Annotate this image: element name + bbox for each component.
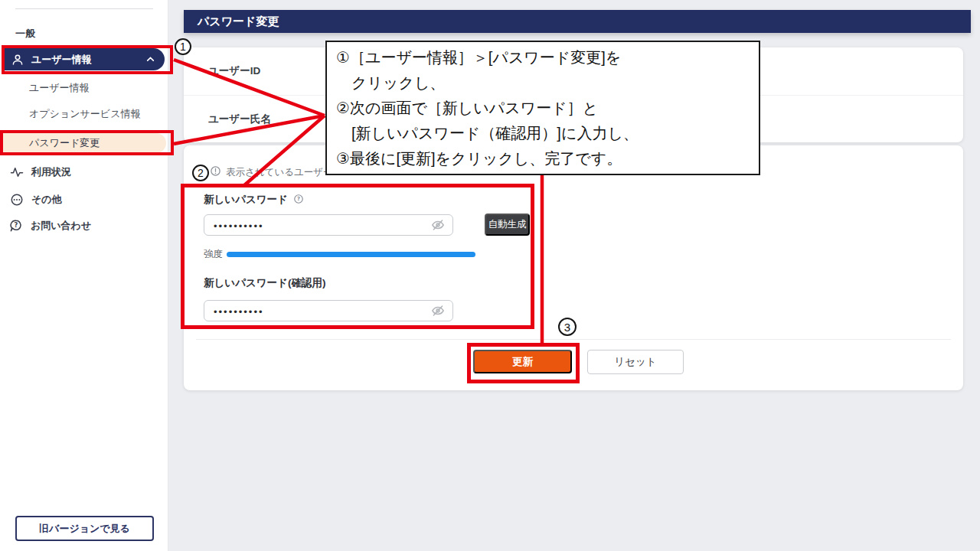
more-circle-icon bbox=[10, 193, 24, 207]
sidebar-subitem-option-service[interactable]: オプションサービス情報 bbox=[29, 107, 140, 121]
sidebar-subitem-password-change[interactable]: パスワード変更 bbox=[2, 133, 166, 153]
step-badge-1: 1 bbox=[175, 38, 191, 55]
help-icon[interactable]: ? bbox=[293, 194, 304, 207]
sidebar: 一般 ユーザー情報 ユーザー情報 オプションサービス情報 パスワード変更 bbox=[0, 0, 168, 551]
strength-label: 強度 bbox=[204, 248, 223, 261]
annotation-line: ①［ユーザー情報］＞[パスワード変更]を bbox=[336, 45, 750, 70]
legacy-version-button[interactable]: 旧バージョンで見る bbox=[15, 516, 154, 541]
user-name-label: ユーザー氏名 bbox=[208, 112, 271, 126]
sidebar-item-label: その他 bbox=[31, 193, 62, 207]
sidebar-item-general[interactable]: 一般 bbox=[0, 25, 168, 42]
chevron-up-icon bbox=[145, 54, 155, 64]
eye-off-icon[interactable] bbox=[431, 304, 445, 318]
page-title-bar: パスワード変更 bbox=[184, 10, 971, 33]
annotation-note: ①［ユーザー情報］＞[パスワード変更]を クリックし、 ②次の画面で［新しいパス… bbox=[325, 41, 760, 175]
sidebar-item-label: 一般 bbox=[15, 27, 35, 41]
sidebar-item-usage[interactable]: 利用状況 bbox=[0, 164, 168, 181]
user-id-label: ユーザーID bbox=[208, 64, 260, 78]
svg-text:?: ? bbox=[297, 196, 300, 202]
update-button[interactable]: 更新 bbox=[473, 350, 572, 373]
password-value: •••••••••• bbox=[214, 219, 264, 231]
svg-text:?: ? bbox=[15, 221, 18, 229]
confirm-password-input[interactable]: •••••••••• bbox=[204, 300, 453, 321]
step-badge-3: 3 bbox=[558, 318, 577, 336]
sidebar-subitem-user-info[interactable]: ユーザー情報 bbox=[29, 81, 90, 95]
annotation-line: クリックし、 bbox=[336, 70, 750, 96]
confirm-password-label: 新しいパスワード(確認用) bbox=[204, 276, 325, 290]
annotation-line: ②次の画面で［新しいパスワード］と bbox=[336, 96, 750, 121]
auto-generate-button[interactable]: 自動生成 bbox=[485, 214, 530, 236]
reset-button[interactable]: リセット bbox=[587, 350, 684, 374]
activity-icon bbox=[10, 165, 24, 179]
sidebar-item-label: お問い合わせ bbox=[31, 219, 91, 233]
new-password-input[interactable]: •••••••••• bbox=[204, 214, 453, 236]
new-password-label: 新しいパスワード ? bbox=[204, 193, 304, 207]
password-form-panel: 表示されているユーザーID 新しいパスワード ? •••••••••• 自動 bbox=[184, 145, 963, 390]
annotation-line: [新しいパスワード（確認用）]に入力し、 bbox=[336, 121, 750, 146]
sidebar-item-label: 利用状況 bbox=[31, 165, 71, 179]
eye-off-icon[interactable] bbox=[431, 218, 445, 232]
sidebar-item-label: ユーザー情報 bbox=[31, 53, 92, 67]
info-icon bbox=[210, 165, 221, 179]
app-window: 一般 ユーザー情報 ユーザー情報 オプションサービス情報 パスワード変更 bbox=[0, 0, 980, 551]
sidebar-divider bbox=[15, 8, 153, 9]
page-title: パスワード変更 bbox=[198, 15, 279, 29]
annotation-line: ③最後に[更新]をクリックし、完了です。 bbox=[336, 146, 750, 171]
sidebar-item-other[interactable]: その他 bbox=[0, 191, 168, 208]
form-divider bbox=[196, 339, 951, 340]
step-badge-2: 2 bbox=[192, 165, 209, 181]
user-icon bbox=[11, 53, 24, 67]
sidebar-item-user-info[interactable]: ユーザー情報 bbox=[3, 48, 165, 70]
form-info-note: 表示されているユーザーID bbox=[210, 165, 342, 179]
sidebar-item-contact[interactable]: ? お問い合わせ bbox=[0, 217, 168, 234]
password-value: •••••••••• bbox=[214, 305, 264, 317]
question-bubble-icon: ? bbox=[9, 219, 23, 233]
strength-bar bbox=[227, 252, 475, 257]
